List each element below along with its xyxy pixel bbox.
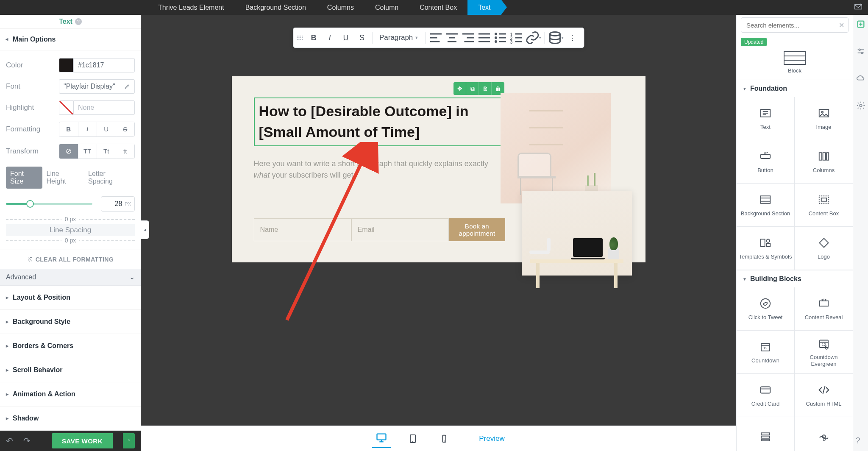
collapse-left-sidebar[interactable]: ◂: [141, 220, 149, 239]
breadcrumb-background-section[interactable]: Background Section: [235, 0, 317, 15]
element-image[interactable]: Image: [795, 97, 853, 140]
accordion-shadow[interactable]: ▸Shadow: [0, 406, 141, 431]
cloud-icon[interactable]: [856, 73, 866, 84]
tab-font-size[interactable]: Font Size: [6, 167, 42, 189]
transform-none-button[interactable]: [59, 144, 78, 159]
duplicate-icon[interactable]: ⧉: [466, 82, 479, 95]
advanced-toggle[interactable]: Advanced ⌄: [0, 269, 141, 286]
element-templates-symbols[interactable]: Templates & Symbols: [737, 227, 795, 270]
cta-button[interactable]: Book an appointment: [449, 218, 506, 241]
tb-ordered-list-button[interactable]: 123: [509, 30, 524, 45]
font-size-slider[interactable]: [6, 203, 92, 205]
element-background-section[interactable]: Background Section: [737, 184, 795, 227]
breadcrumb-thrive-leads[interactable]: Thrive Leads Element: [147, 0, 235, 15]
help-icon[interactable]: ?: [75, 18, 82, 25]
subheadline[interactable]: Here you want to write a short paragraph…: [254, 158, 506, 181]
tb-link-button[interactable]: [525, 30, 540, 45]
tb-more-button[interactable]: ⋮: [565, 30, 580, 45]
element-placeholder-2[interactable]: D: [795, 417, 853, 451]
font-size-input[interactable]: 28 PX: [101, 196, 135, 212]
italic-button[interactable]: I: [78, 122, 97, 136]
mail-icon[interactable]: [853, 2, 864, 11]
drag-handle-icon[interactable]: [297, 36, 303, 40]
tb-database-button[interactable]: [547, 30, 562, 45]
font-select[interactable]: "Playfair Display": [59, 79, 135, 94]
transform-capitalize-button[interactable]: Tt: [97, 144, 116, 159]
save-button[interactable]: SAVE WORK: [52, 433, 113, 448]
accordion-borders-corners[interactable]: ▸Borders & Corners: [0, 334, 141, 358]
clear-formatting-button[interactable]: CLEAR ALL FORMATTING: [0, 250, 141, 269]
color-swatch[interactable]: [59, 58, 73, 72]
tb-align-left-button[interactable]: [428, 30, 443, 45]
element-countdown-evergreen[interactable]: 12Countdown Evergreen: [795, 331, 853, 374]
device-desktop-button[interactable]: [372, 429, 391, 448]
save-symbol-icon[interactable]: 🗎: [479, 82, 492, 95]
chevron-down-icon: ▼: [743, 277, 747, 281]
element-content-box[interactable]: Content Box: [795, 184, 853, 227]
transform-upper-button[interactable]: TT: [78, 144, 97, 159]
tb-paragraph-select[interactable]: Paragraph▼: [375, 33, 423, 42]
tab-line-height[interactable]: Line Height: [42, 167, 84, 189]
redo-button[interactable]: ↷: [23, 436, 31, 446]
highlight-swatch[interactable]: [59, 100, 73, 115]
element-click-to-tweet[interactable]: Click to Tweet: [737, 287, 795, 331]
chevron-right-icon: ▸: [6, 319, 8, 325]
device-mobile-button[interactable]: [435, 429, 453, 448]
transform-lower-button[interactable]: tt: [116, 144, 135, 159]
room-image: [501, 93, 611, 203]
accordion-layout-position[interactable]: ▸Layout & Position: [0, 286, 141, 310]
bold-button[interactable]: B: [59, 122, 78, 136]
search-input[interactable]: [741, 17, 849, 33]
strike-button[interactable]: S: [116, 122, 135, 136]
tb-underline-button[interactable]: U: [338, 30, 353, 45]
underline-button[interactable]: U: [97, 122, 116, 136]
element-text[interactable]: Text: [737, 97, 795, 140]
accordion-animation-action[interactable]: ▸Animation & Action: [0, 382, 141, 406]
tab-letter-spacing[interactable]: Letter Spacing: [84, 167, 135, 189]
device-tablet-button[interactable]: [403, 429, 422, 448]
undo-button[interactable]: ↶: [6, 436, 13, 446]
tb-align-right-button[interactable]: [460, 30, 476, 45]
element-button[interactable]: Button: [737, 140, 795, 184]
email-field[interactable]: [351, 218, 449, 241]
help-icon[interactable]: ?: [856, 436, 866, 446]
slider-thumb[interactable]: [26, 200, 34, 208]
sidebar-title-text: Text: [59, 18, 72, 25]
preview-link[interactable]: Preview: [479, 434, 504, 443]
element-custom-html[interactable]: Custom HTML: [795, 374, 853, 417]
add-element-icon[interactable]: [856, 19, 866, 29]
save-dropdown[interactable]: ⌃: [123, 433, 135, 448]
breadcrumb-columns[interactable]: Columns: [317, 0, 364, 15]
foundation-header[interactable]: ▼Foundation: [737, 80, 853, 97]
breadcrumb-text[interactable]: Text: [467, 0, 501, 15]
close-icon[interactable]: ✕: [839, 21, 844, 29]
main-options-header[interactable]: ▾ Main Options: [0, 29, 141, 50]
tb-bold-button[interactable]: B: [306, 30, 321, 45]
accordion-scroll-behavior[interactable]: ▸Scroll Behavior: [0, 358, 141, 382]
element-columns[interactable]: Columns: [795, 140, 853, 184]
accordion-background-style[interactable]: ▸Background Style: [0, 310, 141, 334]
chevron-down-icon: ⌄: [129, 273, 135, 281]
gear-icon[interactable]: [856, 100, 866, 111]
block-element[interactable]: Block: [737, 49, 853, 80]
element-placeholder-1[interactable]: [737, 417, 795, 451]
tb-align-justify-button[interactable]: [476, 30, 492, 45]
tb-strike-button[interactable]: S: [354, 30, 370, 45]
highlight-label: Highlight: [6, 103, 59, 112]
breadcrumb-content-box[interactable]: Content Box: [409, 0, 467, 15]
element-credit-card[interactable]: Credit Card: [737, 374, 795, 417]
name-field[interactable]: [254, 218, 351, 241]
tb-align-center-button[interactable]: [444, 30, 459, 45]
element-logo[interactable]: Logo: [795, 227, 853, 270]
tb-italic-button[interactable]: I: [322, 30, 337, 45]
element-content-reveal[interactable]: Content Reveal: [795, 287, 853, 331]
settings-sliders-icon[interactable]: [856, 46, 866, 56]
move-icon[interactable]: ✥: [453, 82, 466, 95]
tb-unordered-list-button[interactable]: [492, 30, 508, 45]
selected-text-element[interactable]: ✥ ⧉ 🗎 🗑 How to [Desirable Outcome] in [S…: [254, 97, 506, 146]
color-input[interactable]: #1c1817: [73, 58, 135, 72]
highlight-input[interactable]: None: [73, 100, 135, 115]
building-blocks-header[interactable]: ▼Building Blocks: [737, 270, 853, 287]
element-countdown[interactable]: 12Countdown: [737, 331, 795, 374]
breadcrumb-column[interactable]: Column: [364, 0, 409, 15]
